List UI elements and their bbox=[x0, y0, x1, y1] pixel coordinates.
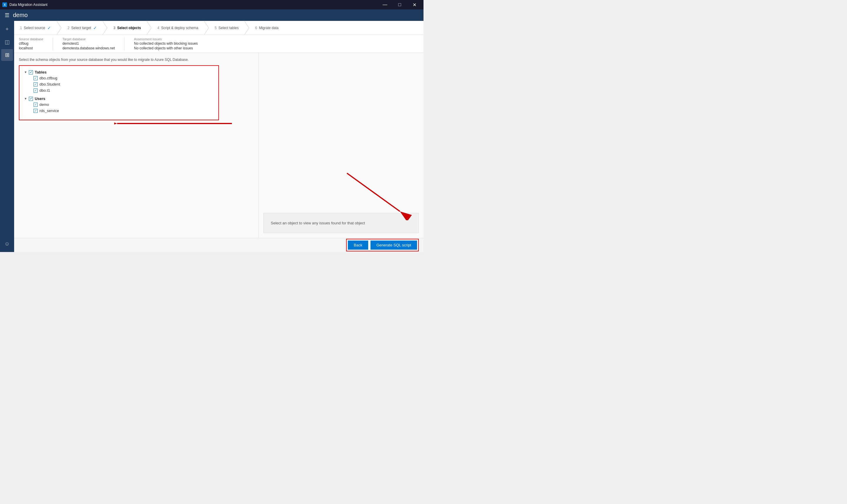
table-t1-checkbox[interactable] bbox=[34, 89, 38, 93]
wizard-steps: 1 Select source ✓ 2 Select target ✓ 3 Se… bbox=[14, 21, 424, 35]
users-toggle-icon[interactable]: ▼ bbox=[24, 97, 27, 100]
close-button[interactable]: ✕ bbox=[408, 0, 421, 10]
wizard-step-4[interactable]: 4 Script & deploy schema bbox=[152, 21, 204, 35]
maximize-button[interactable]: □ bbox=[393, 0, 407, 10]
sidebar-add-button[interactable]: + bbox=[1, 23, 13, 35]
button-highlight-box: Back Generate SQL script bbox=[346, 239, 419, 251]
user-demo-checkbox[interactable] bbox=[34, 103, 38, 107]
table-item-student[interactable]: dbo.Student bbox=[24, 81, 214, 87]
step-arrow-2 bbox=[103, 21, 107, 35]
tables-checkbox[interactable] bbox=[29, 70, 33, 74]
step-arrow-1 bbox=[57, 21, 62, 35]
table-student-checkbox[interactable] bbox=[34, 82, 38, 87]
title-bar: X Data Migration Assistant — □ ✕ bbox=[0, 0, 424, 10]
panel-description: Select the schema objects from your sour… bbox=[19, 58, 254, 62]
assessment-info: Assessment issues No collected objects w… bbox=[134, 37, 207, 50]
table-item-ctfbug[interactable]: dbo.ctfbug bbox=[24, 75, 214, 81]
step-arrow-3 bbox=[147, 21, 152, 35]
object-tree-container: ▼ Tables dbo.ctfbug dbo.Student bbox=[19, 65, 219, 120]
tables-label: Tables bbox=[35, 70, 47, 74]
user-item-demo[interactable]: demo bbox=[24, 102, 214, 108]
users-group-header[interactable]: ▼ Users bbox=[24, 96, 214, 102]
sidebar-projects-button[interactable]: ◫ bbox=[1, 36, 13, 48]
object-info-box: Select an object to view any issues foun… bbox=[263, 213, 419, 233]
wizard-step-2[interactable]: 2 Select target ✓ bbox=[62, 21, 103, 35]
table-ctfbug-label: dbo.ctfbug bbox=[39, 76, 57, 80]
sidebar-assessments-button[interactable]: ⊞ bbox=[1, 49, 13, 61]
sidebar-smiley-button[interactable]: ☺ bbox=[1, 238, 13, 250]
user-rds-label: rds_service bbox=[39, 108, 59, 113]
wizard-step-1[interactable]: 1 Select source ✓ bbox=[14, 21, 57, 35]
step-arrow-5 bbox=[245, 21, 249, 35]
hamburger-icon[interactable]: ☰ bbox=[5, 12, 10, 19]
sidebar: + ◫ ⊞ ☺ bbox=[0, 21, 14, 252]
bottom-right: Back Generate SQL script bbox=[346, 239, 419, 251]
wizard-step-3[interactable]: 3 Select objects bbox=[107, 21, 146, 35]
user-demo-label: demo bbox=[39, 102, 49, 107]
main-content: Select the schema objects from your sour… bbox=[14, 53, 424, 238]
title-bar-left: X Data Migration Assistant bbox=[2, 2, 47, 7]
app-title: demo bbox=[13, 12, 28, 19]
user-item-rds-service[interactable]: rds_service bbox=[24, 108, 214, 114]
table-item-t1[interactable]: dbo.t1 bbox=[24, 87, 214, 93]
table-student-label: dbo.Student bbox=[39, 82, 60, 87]
content-area: 1 Select source ✓ 2 Select target ✓ 3 Se… bbox=[14, 21, 424, 252]
source-info: Source database ctfbug localhost bbox=[19, 37, 53, 50]
minimize-button[interactable]: — bbox=[378, 0, 392, 10]
wizard-step-5[interactable]: 5 Select tables bbox=[209, 21, 245, 35]
tables-group: ▼ Tables dbo.ctfbug dbo.Student bbox=[24, 69, 214, 93]
table-t1-label: dbo.t1 bbox=[39, 88, 50, 93]
table-ctfbug-checkbox[interactable] bbox=[34, 76, 38, 80]
title-bar-text: Data Migration Assistant bbox=[10, 3, 47, 7]
target-info: Target database demotest1 demotesta.data… bbox=[63, 37, 124, 50]
users-checkbox[interactable] bbox=[29, 97, 33, 101]
title-bar-controls: — □ ✕ bbox=[378, 0, 421, 10]
left-panel: Select the schema objects from your sour… bbox=[14, 53, 258, 238]
right-panel: Select an object to view any issues foun… bbox=[259, 53, 424, 238]
app-header: ☰ demo bbox=[0, 10, 424, 21]
object-info-text: Select an object to view any issues foun… bbox=[271, 221, 365, 225]
users-label: Users bbox=[35, 96, 45, 101]
main-layout: + ◫ ⊞ ☺ 1 Select source ✓ 2 Select targe… bbox=[0, 21, 424, 252]
info-bar: Source database ctfbug localhost Target … bbox=[14, 35, 424, 53]
step-arrow-4 bbox=[204, 21, 209, 35]
generate-sql-button[interactable]: Generate SQL script bbox=[370, 240, 417, 250]
app-shell: ☰ demo + ◫ ⊞ ☺ 1 Select source ✓ 2 bbox=[0, 10, 424, 252]
bottom-bar: Back Generate SQL script bbox=[14, 238, 424, 252]
users-group: ▼ Users demo rds_service bbox=[24, 96, 214, 114]
user-rds-checkbox[interactable] bbox=[34, 109, 38, 113]
tables-toggle-icon[interactable]: ▼ bbox=[24, 71, 27, 74]
app-icon: X bbox=[2, 2, 7, 7]
back-button[interactable]: Back bbox=[348, 240, 368, 250]
tables-group-header[interactable]: ▼ Tables bbox=[24, 69, 214, 75]
wizard-step-6[interactable]: 6 Migrate data bbox=[249, 21, 284, 35]
